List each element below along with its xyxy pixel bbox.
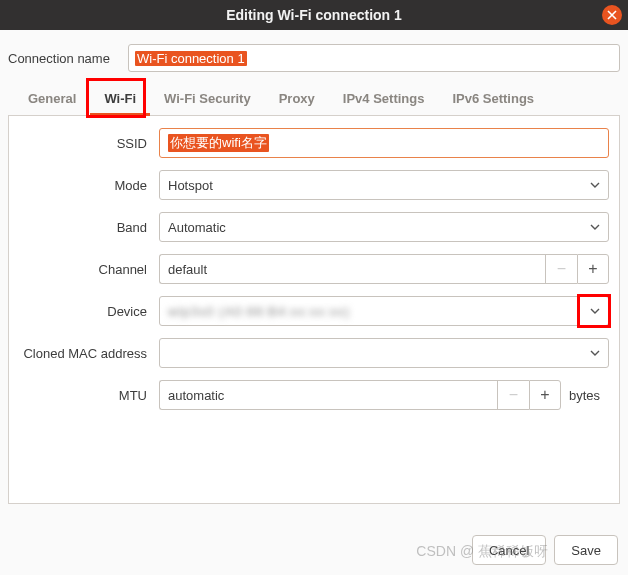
mtu-label: MTU — [19, 388, 159, 403]
cloned-mac-combo[interactable] — [159, 338, 609, 368]
band-label: Band — [19, 220, 159, 235]
mtu-unit: bytes — [569, 388, 609, 403]
connection-name-input[interactable]: Wi-Fi connection 1 — [128, 44, 620, 72]
mode-combo[interactable]: Hotspot — [159, 170, 609, 200]
band-value: Automatic — [168, 220, 226, 235]
titlebar: Editing Wi-Fi connection 1 — [0, 0, 628, 30]
tab-wifi[interactable]: Wi-Fi — [90, 82, 150, 115]
device-combo[interactable]: wlp3s0 (A0:88:B4:xx:xx:xx) — [159, 296, 609, 326]
chevron-down-icon — [590, 178, 600, 193]
channel-row: Channel default − + — [19, 254, 609, 284]
close-button[interactable] — [602, 5, 622, 25]
ssid-input[interactable]: 你想要的wifi名字 — [159, 128, 609, 158]
device-row: Device wlp3s0 (A0:88:B4:xx:xx:xx) — [19, 296, 609, 326]
content-area: Connection name Wi-Fi connection 1 Gener… — [0, 30, 628, 504]
mode-value: Hotspot — [168, 178, 213, 193]
channel-plus-button[interactable]: + — [577, 254, 609, 284]
tab-general[interactable]: General — [14, 82, 90, 115]
chevron-down-icon — [590, 220, 600, 235]
cloned-mac-label: Cloned MAC address — [19, 346, 159, 361]
chevron-down-icon — [590, 346, 600, 361]
connection-name-label: Connection name — [8, 51, 128, 66]
mtu-stepper: automatic − + — [159, 380, 561, 410]
ssid-label: SSID — [19, 136, 159, 151]
window-title: Editing Wi-Fi connection 1 — [226, 7, 402, 23]
ssid-row: SSID 你想要的wifi名字 — [19, 128, 609, 158]
cancel-button[interactable]: Cancel — [472, 535, 546, 565]
chevron-down-icon — [590, 304, 600, 319]
cloned-mac-row: Cloned MAC address — [19, 338, 609, 368]
tab-wifi-security[interactable]: Wi-Fi Security — [150, 82, 265, 115]
device-value: wlp3s0 (A0:88:B4:xx:xx:xx) — [168, 304, 350, 319]
mtu-minus-button[interactable]: − — [497, 380, 529, 410]
mtu-plus-button[interactable]: + — [529, 380, 561, 410]
mode-label: Mode — [19, 178, 159, 193]
wifi-panel: SSID 你想要的wifi名字 Mode Hotspot Band Automa… — [8, 116, 620, 504]
mtu-input[interactable]: automatic — [159, 380, 497, 410]
device-label: Device — [19, 304, 159, 319]
tab-ipv4-settings[interactable]: IPv4 Settings — [329, 82, 439, 115]
mode-row: Mode Hotspot — [19, 170, 609, 200]
tab-ipv6-settings[interactable]: IPv6 Settings — [438, 82, 548, 115]
connection-name-value: Wi-Fi connection 1 — [135, 51, 247, 66]
channel-minus-button[interactable]: − — [545, 254, 577, 284]
save-button[interactable]: Save — [554, 535, 618, 565]
tab-proxy[interactable]: Proxy — [265, 82, 329, 115]
band-combo[interactable]: Automatic — [159, 212, 609, 242]
channel-stepper: default − + — [159, 254, 609, 284]
tabs: General Wi-Fi Wi-Fi Security Proxy IPv4 … — [8, 82, 620, 116]
connection-name-row: Connection name Wi-Fi connection 1 — [8, 44, 620, 72]
ssid-value: 你想要的wifi名字 — [168, 134, 269, 152]
channel-input[interactable]: default — [159, 254, 545, 284]
footer-buttons: Cancel Save — [472, 535, 618, 565]
band-row: Band Automatic — [19, 212, 609, 242]
close-icon — [607, 7, 617, 23]
mtu-row: MTU automatic − + bytes — [19, 380, 609, 410]
channel-label: Channel — [19, 262, 159, 277]
